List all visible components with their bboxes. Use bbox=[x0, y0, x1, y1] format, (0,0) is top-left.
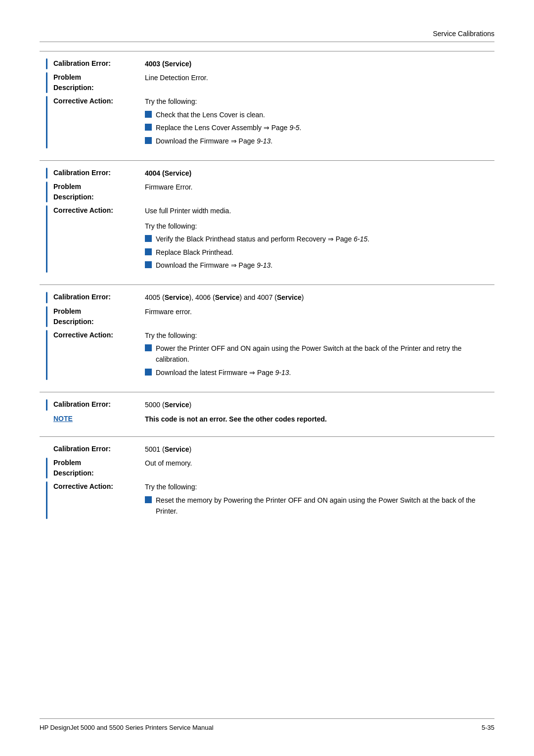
cal-error-row-4004: Calibration Error: 4004 (Service) bbox=[40, 168, 494, 179]
cal-error-label-5001: Calibration Error: bbox=[53, 444, 145, 455]
bullet-item: Check that the Lens Cover is clean. bbox=[145, 109, 494, 120]
header-title: Service Calibrations bbox=[433, 30, 495, 38]
corrective-label-4003: Corrective Action: bbox=[53, 96, 145, 148]
bar-line bbox=[46, 330, 47, 380]
bar-line bbox=[46, 205, 47, 273]
bullet-list-5001: Reset the memory by Powering the Printer… bbox=[145, 495, 494, 517]
left-bar-corrective-4003 bbox=[40, 96, 53, 148]
cal-error-value-5001: 5001 (Service) bbox=[145, 444, 494, 455]
left-bar-corrective-4004 bbox=[40, 205, 53, 273]
problem-label-4003: ProblemDescription: bbox=[53, 72, 145, 93]
bullet-item: Download the Firmware ⇒ Page 9-13. bbox=[145, 260, 494, 271]
cal-error-label-4005: Calibration Error: bbox=[53, 292, 145, 303]
note-label-5000: NOTE bbox=[53, 414, 145, 425]
bullet-item: Reset the memory by Powering the Printer… bbox=[145, 495, 494, 517]
left-bar-4003 bbox=[40, 58, 53, 69]
bar-line bbox=[46, 58, 47, 69]
problem-row-4005: ProblemDescription: Firmware error. bbox=[40, 306, 494, 327]
corrective-label-4004: Corrective Action: bbox=[53, 205, 145, 273]
bar-line bbox=[46, 72, 47, 93]
left-bar-note-5000 bbox=[40, 414, 53, 425]
cal-error-row-4005: Calibration Error: 4005 (Service), 4006 … bbox=[40, 292, 494, 303]
bullet-item: Download the latest Firmware ⇒ Page 9-13… bbox=[145, 367, 494, 378]
bullet-icon bbox=[145, 369, 152, 376]
corrective-row-4005: Corrective Action: Try the following: Po… bbox=[40, 330, 494, 380]
cal-error-label-4003: Calibration Error: bbox=[53, 58, 145, 69]
bullet-text: Download the Firmware ⇒ Page 9-13. bbox=[156, 260, 272, 271]
bullet-item: Power the Printer OFF and ON again using… bbox=[145, 343, 494, 365]
bar-line bbox=[46, 96, 47, 148]
page-header: Service Calibrations bbox=[40, 30, 494, 42]
problem-row-5001: ProblemDescription: Out of memory. bbox=[40, 458, 494, 478]
problem-label-5001: ProblemDescription: bbox=[53, 458, 145, 478]
bullet-list-4005: Power the Printer OFF and ON again using… bbox=[145, 343, 494, 378]
section-4005: Calibration Error: 4005 (Service), 4006 … bbox=[40, 284, 494, 387]
section-5001: Calibration Error: 5001 (Service) Proble… bbox=[40, 436, 494, 526]
left-bar-problem-4003 bbox=[40, 72, 53, 93]
bar-line bbox=[46, 458, 47, 478]
try-following-4004: Try the following: bbox=[145, 221, 494, 232]
bar-line bbox=[46, 481, 47, 519]
bullet-text: Download the Firmware ⇒ Page 9-13. bbox=[156, 136, 272, 146]
bullet-icon bbox=[145, 261, 152, 268]
corrective-content-4003: Try the following: Check that the Lens C… bbox=[145, 96, 494, 148]
bullet-icon bbox=[145, 248, 152, 255]
section-5000: Calibration Error: 5000 (Service) NOTE T… bbox=[40, 392, 494, 431]
bullet-icon bbox=[145, 124, 152, 131]
cal-error-value-5000: 5000 (Service) bbox=[145, 399, 494, 410]
note-text-5000: This code is not an error. See the other… bbox=[145, 415, 327, 423]
cal-error-value-4004: 4004 (Service) bbox=[145, 168, 494, 179]
cal-error-row-5000: Calibration Error: 5000 (Service) bbox=[40, 399, 494, 410]
bullet-item: Replace the Lens Cover Assembly ⇒ Page 9… bbox=[145, 122, 494, 133]
problem-value-4003: Line Detection Error. bbox=[145, 72, 494, 93]
left-bar-problem-4004 bbox=[40, 182, 53, 202]
bullet-item: Verify the Black Printhead status and pe… bbox=[145, 234, 494, 244]
note-content-5000: This code is not an error. See the other… bbox=[145, 414, 494, 425]
problem-label-4005: ProblemDescription: bbox=[53, 306, 145, 327]
problem-label-4004: ProblemDescription: bbox=[53, 182, 145, 202]
problem-value-4004: Firmware Error. bbox=[145, 182, 494, 202]
bar-line bbox=[46, 306, 47, 327]
left-bar-corrective-5001 bbox=[40, 481, 53, 519]
bar-line bbox=[46, 292, 47, 303]
left-bar-5000 bbox=[40, 399, 53, 410]
bullet-text: Power the Printer OFF and ON again using… bbox=[156, 343, 494, 365]
corrective-row-4004: Corrective Action: Use full Printer widt… bbox=[40, 205, 494, 273]
bullet-text: Replace the Lens Cover Assembly ⇒ Page 9… bbox=[156, 122, 302, 133]
left-bar-problem-4005 bbox=[40, 306, 53, 327]
bar-line bbox=[46, 182, 47, 202]
corrective-row-4003: Corrective Action: Try the following: Ch… bbox=[40, 96, 494, 148]
corrective-label-4005: Corrective Action: bbox=[53, 330, 145, 380]
bullet-icon bbox=[145, 137, 152, 144]
bar-line bbox=[46, 399, 47, 410]
corrective-content-4005: Try the following: Power the Printer OFF… bbox=[145, 330, 494, 380]
cal-error-label-4004: Calibration Error: bbox=[53, 168, 145, 179]
bullet-item: Replace Black Printhead. bbox=[145, 247, 494, 258]
corrective-row-5001: Corrective Action: Try the following: Re… bbox=[40, 481, 494, 519]
section-4004: Calibration Error: 4004 (Service) Proble… bbox=[40, 160, 494, 280]
bullet-icon bbox=[145, 111, 152, 118]
bar-line bbox=[46, 168, 47, 179]
bullet-text: Replace Black Printhead. bbox=[156, 247, 233, 258]
problem-row-4004: ProblemDescription: Firmware Error. bbox=[40, 182, 494, 202]
footer-right: 5-35 bbox=[482, 724, 494, 731]
note-row-5000: NOTE This code is not an error. See the … bbox=[40, 414, 494, 425]
page-footer: HP DesignJet 5000 and 5500 Series Printe… bbox=[40, 718, 494, 731]
bullet-text: Verify the Black Printhead status and pe… bbox=[156, 234, 369, 244]
cal-error-code-4003: 4003 (Service) bbox=[145, 60, 191, 68]
bullet-icon bbox=[145, 235, 152, 242]
corrective-intro-4004: Use full Printer width media. bbox=[145, 205, 494, 216]
bullet-text: Download the latest Firmware ⇒ Page 9-13… bbox=[156, 367, 291, 378]
left-bar-corrective-4005 bbox=[40, 330, 53, 380]
cal-error-label-5000: Calibration Error: bbox=[53, 399, 145, 410]
left-bar-4004 bbox=[40, 168, 53, 179]
note-label-text: NOTE bbox=[53, 415, 73, 423]
bullet-list-4004: Verify the Black Printhead status and pe… bbox=[145, 234, 494, 271]
page: Service Calibrations Calibration Error: … bbox=[0, 0, 534, 756]
bullet-item: Download the Firmware ⇒ Page 9-13. bbox=[145, 136, 494, 146]
corrective-label-5001: Corrective Action: bbox=[53, 481, 145, 519]
corrective-content-5001: Try the following: Reset the memory by P… bbox=[145, 481, 494, 519]
cal-error-value-4003: 4003 (Service) bbox=[145, 58, 494, 69]
corrective-intro-5001: Try the following: bbox=[145, 481, 494, 492]
problem-row-4003: ProblemDescription: Line Detection Error… bbox=[40, 72, 494, 93]
